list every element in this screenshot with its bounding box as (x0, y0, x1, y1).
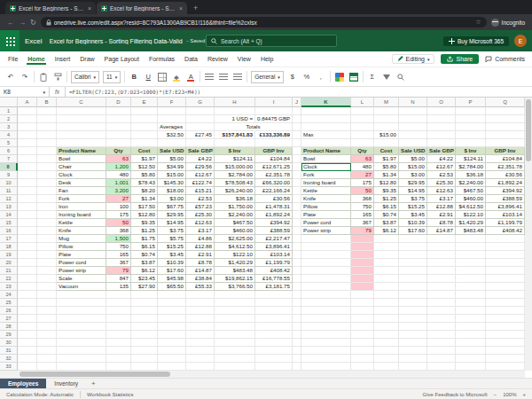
cell-O4[interactable] (427, 131, 456, 139)
cell-E5[interactable] (131, 139, 158, 147)
cell-J30[interactable] (293, 339, 301, 347)
cell-D4[interactable] (106, 131, 131, 139)
cell-K6[interactable]: Product Name (301, 147, 351, 155)
cell-K16[interactable]: Power strip (301, 227, 351, 235)
cell-A22[interactable] (18, 275, 37, 283)
cell-B20[interactable] (37, 259, 57, 267)
cell-B10[interactable] (37, 179, 57, 187)
cell-Q4[interactable] (486, 131, 525, 139)
row-header-16[interactable]: 16 (0, 227, 18, 235)
cell-E25[interactable] (131, 299, 158, 307)
cell-J13[interactable] (293, 203, 301, 211)
cell-O10[interactable]: £25.30 (427, 179, 456, 187)
cell-P33[interactable] (456, 363, 486, 371)
cell-C2[interactable] (57, 115, 106, 123)
cell-L27[interactable] (351, 315, 374, 323)
cell-C7[interactable]: Bowl (57, 155, 106, 163)
cell-D7[interactable]: 63 (106, 155, 131, 163)
cell-C9[interactable]: Clock (57, 171, 106, 179)
cell-L18[interactable] (351, 243, 374, 251)
cell-J19[interactable] (293, 251, 301, 259)
cell-K8[interactable]: Clock (301, 163, 351, 171)
cell-F31[interactable] (158, 347, 186, 355)
cell-F28[interactable] (158, 323, 186, 331)
cell-I1[interactable] (255, 107, 293, 115)
cell-G33[interactable] (186, 363, 215, 371)
cell-K30[interactable] (301, 339, 351, 347)
cell-O32[interactable] (427, 355, 456, 363)
cell-Q13[interactable]: £3,896.41 (486, 203, 525, 211)
cell-Q3[interactable] (486, 123, 525, 131)
sheet-tab-inventory[interactable]: Inventory (46, 379, 86, 389)
cell-I30[interactable] (255, 339, 293, 347)
cell-L26[interactable] (351, 307, 374, 315)
cell-L32[interactable] (351, 355, 374, 363)
cell-F30[interactable] (158, 339, 186, 347)
cell-M30[interactable] (374, 339, 399, 347)
cell-C29[interactable] (57, 331, 106, 339)
cell-L5[interactable] (351, 139, 374, 147)
cell-B27[interactable] (37, 315, 57, 323)
cell-F15[interactable]: $14.95 (158, 219, 186, 227)
cell-K2[interactable] (301, 115, 351, 123)
cell-J14[interactable] (293, 211, 301, 219)
cell-N4[interactable] (399, 131, 427, 139)
cell-J17[interactable] (293, 235, 301, 243)
cell-D16[interactable]: 368 (106, 227, 131, 235)
cell-J25[interactable] (293, 299, 301, 307)
cell-K33[interactable] (301, 363, 351, 371)
cell-L16[interactable]: 79 (351, 227, 374, 235)
cell-I4[interactable]: £133,336.89 (255, 131, 293, 139)
cell-B11[interactable] (37, 187, 57, 195)
cell-J26[interactable] (293, 307, 301, 315)
cell-P27[interactable] (456, 315, 486, 323)
cell-O13[interactable]: £12.88 (427, 203, 456, 211)
cell-K7[interactable]: Bowl (301, 155, 351, 163)
cell-A29[interactable] (18, 331, 37, 339)
cell-G1[interactable] (186, 107, 215, 115)
cell-C1[interactable] (57, 107, 106, 115)
cell-Q20[interactable] (486, 259, 525, 267)
cell-D23[interactable]: 135 (106, 283, 131, 291)
cell-O21[interactable] (427, 267, 456, 275)
cell-A19[interactable] (18, 251, 37, 259)
cell-A25[interactable] (18, 299, 37, 307)
cell-C22[interactable]: Scale (57, 275, 106, 283)
cell-E3[interactable] (131, 123, 158, 131)
font-size-dropdown[interactable]: 11▾ (103, 71, 121, 83)
cell-G21[interactable]: £14.87 (186, 267, 215, 275)
cell-P4[interactable] (456, 131, 486, 139)
cell-B23[interactable] (37, 283, 57, 291)
cell-L15[interactable]: 367 (351, 219, 374, 227)
cell-F11[interactable]: $18.00 (158, 187, 186, 195)
document-title[interactable]: Excel for Beginners - Sorting Filtering … (50, 38, 183, 44)
cell-A26[interactable] (18, 307, 37, 315)
row-header-17[interactable]: 17 (0, 235, 18, 243)
col-header-A[interactable]: A (18, 98, 37, 107)
cell-M21[interactable] (374, 267, 399, 275)
cell-A9[interactable] (18, 171, 37, 179)
cell-C8[interactable]: Chair (57, 163, 106, 171)
cell-Q15[interactable]: £1,199.79 (486, 219, 525, 227)
cell-D19[interactable]: 165 (106, 251, 131, 259)
menu-file[interactable]: File (7, 53, 19, 65)
cell-Q2[interactable] (486, 115, 525, 123)
zoom-out-button[interactable]: − (494, 392, 497, 397)
cell-E7[interactable]: $1.97 (131, 155, 158, 163)
cell-H14[interactable]: $2,240.00 (215, 211, 255, 219)
cell-O30[interactable] (427, 339, 456, 347)
cell-J32[interactable] (293, 355, 301, 363)
menu-page-layout[interactable]: Page Layout (104, 53, 140, 65)
menu-view[interactable]: View (237, 53, 252, 65)
cell-B12[interactable] (37, 195, 57, 203)
cell-J2[interactable] (293, 115, 301, 123)
cell-E16[interactable]: $1.25 (131, 227, 158, 235)
cell-L14[interactable]: 165 (351, 211, 374, 219)
cell-G18[interactable]: £12.88 (186, 243, 215, 251)
cell-P11[interactable]: $467.50 (456, 187, 486, 195)
cell-I29[interactable] (255, 331, 293, 339)
cell-G5[interactable] (186, 139, 215, 147)
row-header-25[interactable]: 25 (0, 299, 18, 307)
cell-B31[interactable] (37, 347, 57, 355)
add-sheet-button[interactable]: + (86, 379, 101, 387)
